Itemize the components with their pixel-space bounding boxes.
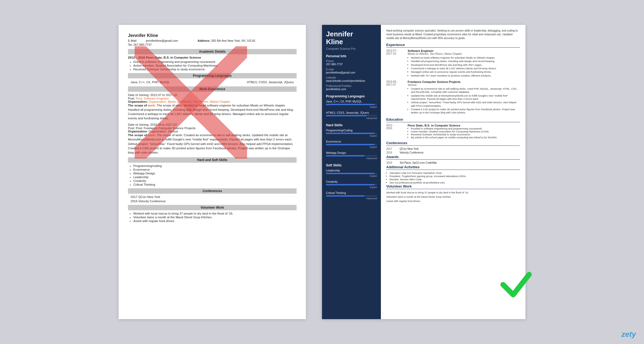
sidebar-first-name: Jennifer (326, 30, 377, 38)
conf-year-1: 2017 (386, 147, 397, 150)
list-item: Excelled in software engineering and pro… (411, 127, 497, 130)
volunteer-header: Volunteer Work (128, 205, 297, 210)
skill-bar-fill-html (326, 115, 367, 116)
skill-name-ecommerce: Ecommerce (326, 140, 377, 143)
resume-good: Jennifer Kline Computer Science Pro Pers… (322, 25, 525, 319)
skill-bar-fill-java (326, 104, 374, 105)
phone-label: Phone (326, 60, 377, 63)
exp-title-1: Software Engineer (408, 49, 520, 52)
left-resume-name: Jennifer Kline (128, 33, 297, 38)
vol-line-3: Assist with regular food drives. (386, 199, 520, 203)
skill-bar-fill-webapp (326, 155, 364, 156)
list-item: Active member, Student Association for C… (133, 64, 297, 67)
conf-entry-1: 2017 QCon New York (131, 195, 294, 198)
skill-block-creativity: Creativity Expert (326, 180, 377, 189)
list-item: Received Schreyer Scholarship to study e… (411, 133, 497, 136)
additional-title: Additional Activities (386, 165, 520, 170)
prog-lang-row: Java, C++, C#, PHP, MySQL HTML5, CSS3, J… (128, 80, 297, 84)
skill-name-creativity: Creativity (326, 180, 377, 183)
list-item: Volunteer twice a month at the Maud Stre… (133, 216, 297, 219)
address-label: Address: (198, 39, 210, 42)
award-year-1: 2016 (386, 161, 397, 164)
award-row-1: 2016 3rd Place, SpOJ.com CodeWar (386, 161, 520, 164)
list-item: Received Schreyer Scholarship to study e… (133, 68, 297, 71)
list-item: Active member, Student Association for C… (411, 130, 497, 133)
exp-body-1: Software Engineer Meals on Wheels, Two R… (408, 49, 520, 78)
list-item: Webapp Design (133, 172, 297, 175)
email-value: jenniferkline@gmail.com (326, 71, 377, 74)
list-item: Leadership (133, 175, 297, 179)
work-entry-2: Date of Joining: 2016-06 to 2017-07 Post… (128, 123, 297, 154)
academic-bullets: Great in software engineering and progra… (133, 60, 297, 71)
exp-row-2: 2016-06 -2017-07 Freelance Computer Scie… (386, 80, 520, 115)
academic-entry: 2012 – 2016 Penn State, B.S. in Computer… (128, 56, 297, 59)
resume-sidebar: Jennifer Kline Computer Science Pro Pers… (322, 25, 381, 319)
exp-date-1: 2012-07 -2017-10 (386, 49, 405, 78)
prog-lang-header: Programming Languages (128, 73, 297, 78)
skill-name-critical: Critical Thinking (326, 191, 377, 194)
prog-lang-col1: Java, C++, C#, PHP, MySQL (131, 81, 170, 84)
additional-activities: Attended Code For Princeton Hackathon 20… (386, 171, 520, 184)
exp-company-1: Meals on Wheels, Two Rivers, Maine Chapt… (408, 52, 520, 55)
volunteer-work: Worked with local rescue to bring 37 peo… (386, 191, 520, 203)
conf-row-1: 2017 QCon New York (386, 147, 520, 150)
exp-bullets-2: Created an ecommerce site to sell walkin… (411, 87, 520, 114)
exp-row-1: 2012-07 -2017-10 Software Engineer Meals… (386, 49, 520, 78)
skill-level-leadership: Expert (326, 175, 377, 177)
exp-date-2: 2016-06 -2017-07 (386, 80, 405, 115)
skill-level-html: Advanced (326, 117, 377, 120)
skill-bar-fill-ecommerce (326, 144, 374, 145)
volunteer-bullets: Worked with local rescue to bring 37 peo… (133, 212, 297, 223)
skill-block-leadership: Leadership Expert (326, 169, 377, 177)
list-item: GitHub project: "tensorflow." Fixed faul… (411, 101, 520, 108)
work-scope-1: The scope of work: The scope of work: Wo… (128, 103, 297, 120)
edu-degree: Penn State, B.S. in Computer Science (408, 124, 497, 127)
list-item: Worked with 70+ team members to produce … (411, 74, 520, 77)
sidebar-title: Computer Science Pro (326, 47, 377, 50)
academic-header: Academic Details (128, 49, 297, 54)
prog-lang-col2: HTML5, CSS3, Javascript, JQuery (247, 81, 294, 84)
awards-title: Awards (386, 155, 520, 160)
list-item: Worked with local rescue to bring 37 peo… (133, 212, 297, 215)
resume-main-content: Hard-working computer science specialist… (381, 25, 525, 319)
work-org-2: Organization: Organization: Various (128, 130, 297, 133)
vol-line-2: Volunteer twice a month at the Maud Stre… (386, 195, 520, 198)
list-item: Created an ecommerce site to sell walkin… (411, 87, 520, 94)
linkedin-value: www.linkedin.com/in/jenniferkline (326, 79, 377, 82)
edu-body-1: Penn State, B.S. in Computer Science Exc… (408, 124, 497, 139)
list-item: President, TrogdorPenn gaming group. Inc… (389, 175, 520, 178)
volunteer-title: Volunteer Work (386, 184, 520, 189)
list-item: See my professional portfolio at jennife… (389, 181, 520, 184)
tel-line: Tel: 267-980-7737 (128, 43, 297, 46)
skill-bar-bg-java (326, 104, 377, 105)
work-date-2: Date of Joining: 2016-06 to 2017-07 (128, 123, 297, 126)
skill-bar-fill-critical (326, 195, 364, 197)
edu-entry-1: 2012 -2016 Penn State, B.S. in Computer … (386, 124, 520, 139)
list-item: Managed online ads to announce regular e… (411, 70, 520, 74)
email-label: E-mail (326, 68, 377, 71)
list-item: Programming/coding (133, 164, 297, 167)
list-item: Handled all programming duties, includin… (411, 60, 520, 63)
skill-bar-bg-coding (326, 133, 377, 134)
skill-bar-fill-leadership (326, 173, 374, 174)
list-item: Member, Women Who Code. (389, 178, 520, 181)
skill-bar-bg-critical (326, 195, 377, 197)
skill-level-creativity: Expert (326, 186, 377, 189)
skill-block-html: HTML5, CSS3, Javascript, JQuery Advanced (326, 111, 377, 120)
resume-bad: Jennifer Kline E-Mail: jenniferkline@gma… (119, 25, 306, 319)
address-value: 350 5th Ave New York, NY, 10118 (211, 39, 255, 42)
email-label: E-Mail: (128, 39, 137, 42)
conferences-header: Conferences (128, 188, 297, 194)
skill-level-critical: Advanced (326, 197, 377, 200)
skill-bar-fill-creativity (326, 184, 374, 185)
portfolio-label: Professional Portfolio (326, 85, 377, 87)
skill-level-ecommerce: Expert (326, 146, 377, 148)
list-item: Critical Thinking (133, 183, 297, 186)
exp-body-2: Freelance Computer Science Projects Vari… (408, 80, 520, 115)
list-item: Ecommerce (133, 168, 297, 171)
exp-title-2: Freelance Computer Science Projects (408, 80, 520, 83)
list-item: My article in the school paper on mobile… (411, 136, 497, 139)
skill-name-coding: Programming/Coding (326, 129, 377, 132)
portfolio-value: jenniferkline.com (326, 88, 377, 91)
exp-entry-2: 2016-06 -2017-07 Freelance Computer Scie… (386, 80, 520, 115)
